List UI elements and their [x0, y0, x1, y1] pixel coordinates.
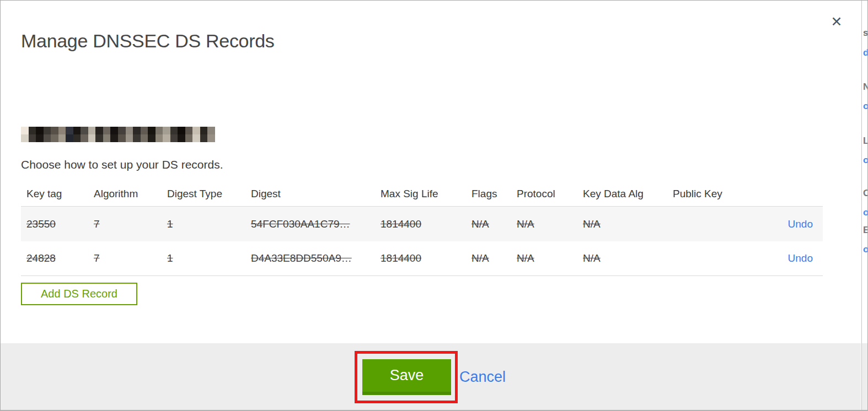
actions-cell: Undo: [761, 218, 823, 230]
redaction-pixel: [141, 134, 148, 142]
record-cell: 1814400: [381, 218, 471, 230]
ds-record-row: 2482871D4A33E8DD550A9…1814400N/AN/AN/AUn…: [21, 241, 823, 276]
redaction-pixel: [207, 134, 215, 142]
background-text-fragment: s: [863, 28, 868, 37]
actions-cell: Undo: [761, 252, 823, 264]
background-footer-sliver: [862, 343, 868, 410]
redaction-pixel: [88, 127, 96, 134]
record-cell: 7: [94, 218, 167, 230]
table-header-row: Key tagAlgorithmDigest TypeDigestMax Sig…: [21, 182, 823, 207]
redaction-pixel: [44, 134, 51, 142]
background-text-fragment: d: [863, 48, 868, 57]
redaction-pixel: [51, 127, 58, 134]
redaction-pixel: [170, 134, 178, 142]
redaction-pixel: [44, 127, 51, 134]
redaction-pixel: [73, 127, 81, 134]
redaction-pixel: [200, 134, 208, 142]
column-header-protocol: Protocol: [517, 188, 583, 200]
redaction-pixel: [81, 127, 88, 134]
record-cell: N/A: [583, 218, 673, 230]
record-cell: D4A33E8DD550A9…: [251, 252, 381, 264]
add-ds-record-button[interactable]: Add DS Record: [21, 283, 137, 305]
background-page-sliver: sdNoLoOoEo: [861, 1, 868, 410]
redaction-pixel: [110, 127, 118, 134]
redaction-pixel: [118, 127, 126, 134]
redaction-pixel: [141, 127, 148, 134]
redaction-pixel: [66, 134, 73, 142]
redaction-pixel: [148, 127, 156, 134]
column-header-public-key: Public Key: [673, 188, 761, 200]
background-text-fragment: O: [863, 188, 868, 198]
column-header-key-data-alg: Key Data Alg: [583, 188, 673, 200]
record-cell: 54FCF030AA1C79…: [251, 218, 381, 230]
redaction-pixel: [178, 127, 185, 134]
undo-link[interactable]: Undo: [788, 252, 813, 264]
cancel-link[interactable]: Cancel: [459, 359, 506, 395]
background-text-fragment: o: [863, 101, 868, 111]
redaction-pixel: [192, 134, 200, 142]
ds-records-table: Key tagAlgorithmDigest TypeDigestMax Sig…: [21, 182, 823, 276]
redaction-pixel: [29, 127, 36, 134]
close-icon[interactable]: ✕: [827, 12, 846, 31]
record-cell: N/A: [471, 218, 517, 230]
redaction-pixel: [103, 134, 111, 142]
redaction-pixel: [81, 134, 88, 142]
redaction-pixel: [148, 134, 156, 142]
redaction-pixel: [133, 127, 141, 134]
redaction-pixel: [73, 134, 81, 142]
background-text-fragment: o: [863, 208, 868, 217]
page-title: Manage DNSSEC DS Records: [21, 28, 275, 53]
redaction-pixel: [95, 134, 103, 142]
record-cell: 1: [167, 218, 251, 230]
redaction-pixel: [178, 134, 185, 142]
record-cell: N/A: [583, 252, 673, 264]
undo-link[interactable]: Undo: [788, 218, 813, 230]
redaction-pixel: [21, 127, 29, 134]
redaction-pixel: [36, 127, 44, 134]
redaction-pixel: [185, 134, 193, 142]
record-cell: N/A: [471, 252, 517, 264]
background-text-fragment: L: [863, 136, 868, 145]
redaction-pixel: [126, 127, 133, 134]
record-cell: 7: [94, 252, 167, 264]
redaction-pixel: [156, 127, 163, 134]
record-cell: 24828: [26, 252, 94, 264]
column-header-digest: Digest: [251, 188, 381, 200]
redaction-pixel: [103, 127, 111, 134]
background-text-fragment: o: [863, 245, 868, 254]
redaction-pixel: [66, 127, 73, 134]
redacted-domain-name: [21, 127, 215, 142]
redaction-pixel: [21, 134, 29, 142]
table-body: 235507154FCF030AA1C79…1814400N/AN/AN/AUn…: [21, 207, 823, 276]
redaction-pixel: [200, 127, 208, 134]
column-header-key-tag: Key tag: [26, 188, 94, 200]
redaction-pixel: [95, 127, 103, 134]
record-cell: 23550: [26, 218, 94, 230]
column-header-digest-type: Digest Type: [167, 188, 251, 200]
background-text-fragment: E: [863, 225, 868, 235]
redaction-pixel: [192, 127, 200, 134]
redaction-pixel: [126, 134, 133, 142]
redaction-pixel: [163, 127, 170, 134]
background-text-fragment: N: [863, 82, 868, 91]
redaction-pixel: [118, 134, 126, 142]
column-header-algorithm: Algorithm: [94, 188, 167, 200]
redaction-pixel: [110, 134, 118, 142]
redaction-pixel: [133, 134, 141, 142]
redaction-pixel: [36, 134, 44, 142]
ds-record-row: 235507154FCF030AA1C79…1814400N/AN/AN/AUn…: [21, 207, 823, 241]
redaction-pixel: [58, 134, 66, 142]
redaction-pixel: [207, 127, 215, 134]
record-cell: 1814400: [381, 252, 471, 264]
save-button[interactable]: Save: [362, 359, 451, 395]
redaction-pixel: [163, 134, 170, 142]
redaction-pixel: [185, 127, 193, 134]
subtitle-text: Choose how to set up your DS records.: [21, 158, 223, 171]
redaction-pixel: [170, 127, 178, 134]
redaction-pixel: [156, 134, 163, 142]
redaction-pixel: [29, 134, 36, 142]
redaction-pixel: [51, 134, 58, 142]
redaction-pixel: [88, 134, 96, 142]
record-cell: 1: [167, 252, 251, 264]
column-header-flags: Flags: [471, 188, 517, 200]
